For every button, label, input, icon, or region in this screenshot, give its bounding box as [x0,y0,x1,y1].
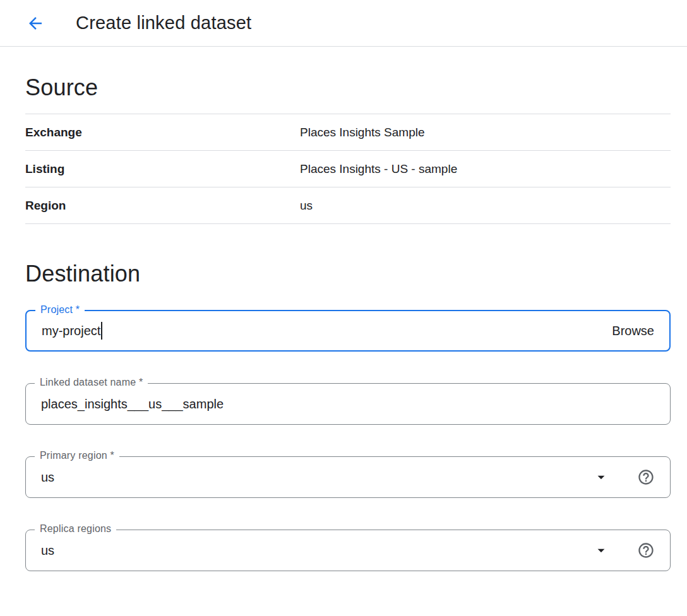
replica-regions-value: us [41,543,54,558]
row-label: Region [25,199,300,213]
source-table: Exchange Places Insights Sample Listing … [25,114,671,224]
destination-heading: Destination [25,261,671,287]
primary-region-select[interactable]: Primary region * us [25,456,671,498]
primary-region-value: us [41,470,54,485]
project-input-value: my-project [42,324,100,338]
main-content: Source Exchange Places Insights Sample L… [0,74,687,590]
row-value: Places Insights - US - sample [300,162,457,176]
arrow-drop-down-icon[interactable] [593,542,609,559]
browse-button[interactable]: Browse [612,324,654,338]
row-value: Places Insights Sample [300,126,425,139]
project-field[interactable]: Project * my-project Browse [25,310,671,352]
table-row-region: Region us [25,187,671,224]
project-field-label: Project * [35,304,85,316]
primary-region-label: Primary region * [35,450,119,461]
row-value: us [300,199,313,213]
text-cursor [101,322,102,340]
source-heading: Source [25,74,671,101]
linked-dataset-name-field[interactable]: Linked dataset name * places_insights___… [25,383,671,425]
header: Create linked dataset [0,0,687,47]
create-linked-dataset-page: Create linked dataset Source Exchange Pl… [0,0,687,616]
table-row-exchange: Exchange Places Insights Sample [25,114,671,151]
page-title: Create linked dataset [76,13,251,33]
help-icon[interactable] [637,468,655,486]
arrow-back-icon [26,14,45,33]
back-button[interactable] [21,9,49,37]
linked-dataset-name-value: places_insights___us___sample [41,397,224,412]
replica-regions-label: Replica regions [35,523,116,535]
row-label: Exchange [25,126,300,139]
arrow-drop-down-icon[interactable] [593,469,609,485]
table-row-listing: Listing Places Insights - US - sample [25,151,671,187]
help-icon[interactable] [637,542,655,559]
linked-dataset-name-label: Linked dataset name * [35,377,148,388]
replica-regions-select[interactable]: Replica regions us [25,530,671,571]
row-label: Listing [25,162,300,176]
